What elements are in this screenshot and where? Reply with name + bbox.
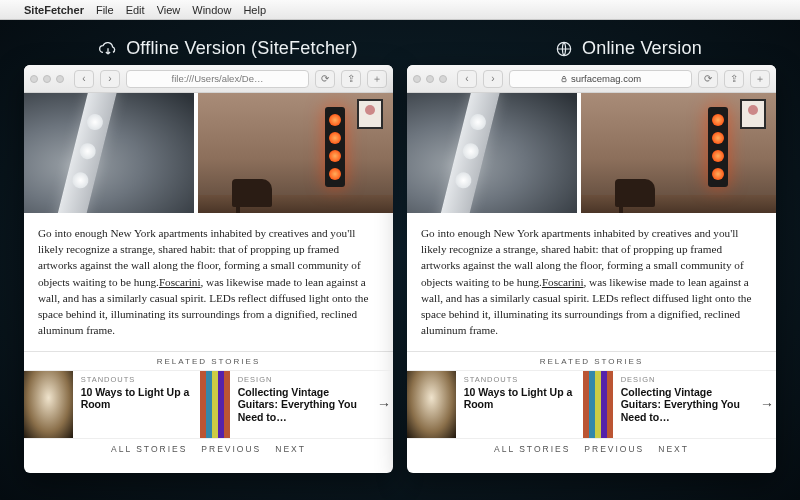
related-card-2[interactable]: DESIGN Collecting Vintage Guitars: Every…: [200, 371, 376, 438]
related-next-arrow-icon[interactable]: →: [375, 371, 393, 438]
related-card-2[interactable]: DESIGN Collecting Vintage Guitars: Every…: [583, 371, 759, 438]
related-cards: STANDOUTS 10 Ways to Light Up a Room DES…: [407, 370, 776, 438]
comparison-headings: Offline Version (SiteFetcher) Online Ver…: [0, 20, 800, 65]
related-thumb-icon: [583, 371, 613, 438]
menubar-item-view[interactable]: View: [157, 4, 181, 16]
pager-next[interactable]: NEXT: [658, 444, 689, 454]
related-stories-heading: RELATED STORIES: [24, 351, 393, 370]
menubar-item-window[interactable]: Window: [192, 4, 231, 16]
heading-online-label: Online Version: [582, 38, 702, 59]
related-pager: ALL STORIES PREVIOUS NEXT: [24, 438, 393, 459]
forward-button[interactable]: ›: [100, 70, 120, 88]
globe-icon: [554, 39, 574, 59]
hero-image-lamp: [407, 93, 577, 213]
related-cards: STANDOUTS 10 Ways to Light Up a Room DES…: [24, 370, 393, 438]
menubar-item-edit[interactable]: Edit: [126, 4, 145, 16]
lock-icon: [560, 75, 568, 83]
heading-offline-label: Offline Version (SiteFetcher): [126, 38, 358, 59]
pager-prev[interactable]: PREVIOUS: [584, 444, 644, 454]
address-bar-offline[interactable]: file:///Users/alex/De…: [126, 70, 309, 88]
pane-online: ‹ › surfacemag.com ⟳ ⇪ ＋ Go into enou: [407, 65, 776, 473]
related-pager: ALL STORIES PREVIOUS NEXT: [407, 438, 776, 459]
menubar-app-name[interactable]: SiteFetcher: [24, 4, 84, 16]
address-bar-online[interactable]: surfacemag.com: [509, 70, 692, 88]
pane-offline: ‹ › file:///Users/alex/De… ⟳ ⇪ ＋ Go into…: [24, 65, 393, 473]
related-stories-heading: RELATED STORIES: [407, 351, 776, 370]
back-button[interactable]: ‹: [457, 70, 477, 88]
hero-image-lamp: [24, 93, 194, 213]
related-thumb-icon: [200, 371, 230, 438]
related-eyebrow: DESIGN: [621, 375, 750, 384]
pager-all[interactable]: ALL STORIES: [111, 444, 187, 454]
related-title: 10 Ways to Light Up a Room: [464, 386, 575, 411]
hero-image-interior: [577, 93, 776, 213]
hero-images: [407, 93, 776, 213]
hero-images: [24, 93, 393, 213]
browser-chrome-online: ‹ › surfacemag.com ⟳ ⇪ ＋: [407, 65, 776, 93]
related-card-1[interactable]: STANDOUTS 10 Ways to Light Up a Room: [24, 371, 200, 438]
comparison-panes: ‹ › file:///Users/alex/De… ⟳ ⇪ ＋ Go into…: [0, 65, 800, 473]
new-tab-button[interactable]: ＋: [750, 70, 770, 88]
cloud-download-icon: [98, 39, 118, 59]
traffic-lights[interactable]: [30, 75, 64, 83]
related-eyebrow: STANDOUTS: [464, 375, 575, 384]
pager-all[interactable]: ALL STORIES: [494, 444, 570, 454]
address-text: file:///Users/alex/De…: [172, 73, 264, 84]
hero-image-interior: [194, 93, 393, 213]
related-eyebrow: DESIGN: [238, 375, 367, 384]
browser-chrome-offline: ‹ › file:///Users/alex/De… ⟳ ⇪ ＋: [24, 65, 393, 93]
pager-next[interactable]: NEXT: [275, 444, 306, 454]
heading-offline: Offline Version (SiteFetcher): [98, 38, 358, 59]
forward-button[interactable]: ›: [483, 70, 503, 88]
article-link-foscarini[interactable]: Foscarini: [542, 276, 584, 288]
pager-prev[interactable]: PREVIOUS: [201, 444, 261, 454]
related-next-arrow-icon[interactable]: →: [758, 371, 776, 438]
page-content-offline: Go into enough New York apartments inhab…: [24, 93, 393, 473]
share-button[interactable]: ⇪: [341, 70, 361, 88]
related-title: 10 Ways to Light Up a Room: [81, 386, 192, 411]
menubar-item-file[interactable]: File: [96, 4, 114, 16]
related-card-1[interactable]: STANDOUTS 10 Ways to Light Up a Room: [407, 371, 583, 438]
mac-menubar: SiteFetcher File Edit View Window Help: [0, 0, 800, 20]
share-button[interactable]: ⇪: [724, 70, 744, 88]
menubar-item-help[interactable]: Help: [243, 4, 266, 16]
related-title: Collecting Vintage Guitars: Everything Y…: [238, 386, 367, 424]
related-thumb-icon: [24, 371, 73, 438]
related-eyebrow: STANDOUTS: [81, 375, 192, 384]
new-tab-button[interactable]: ＋: [367, 70, 387, 88]
back-button[interactable]: ‹: [74, 70, 94, 88]
heading-online: Online Version: [554, 38, 702, 59]
related-title: Collecting Vintage Guitars: Everything Y…: [621, 386, 750, 424]
reload-button[interactable]: ⟳: [315, 70, 335, 88]
page-content-online: Go into enough New York apartments inhab…: [407, 93, 776, 473]
svg-rect-1: [562, 78, 566, 81]
article-body: Go into enough New York apartments inhab…: [24, 213, 393, 351]
traffic-lights[interactable]: [413, 75, 447, 83]
article-link-foscarini[interactable]: Foscarini: [159, 276, 201, 288]
address-text: surfacemag.com: [571, 73, 641, 84]
article-body: Go into enough New York apartments inhab…: [407, 213, 776, 351]
related-thumb-icon: [407, 371, 456, 438]
reload-button[interactable]: ⟳: [698, 70, 718, 88]
